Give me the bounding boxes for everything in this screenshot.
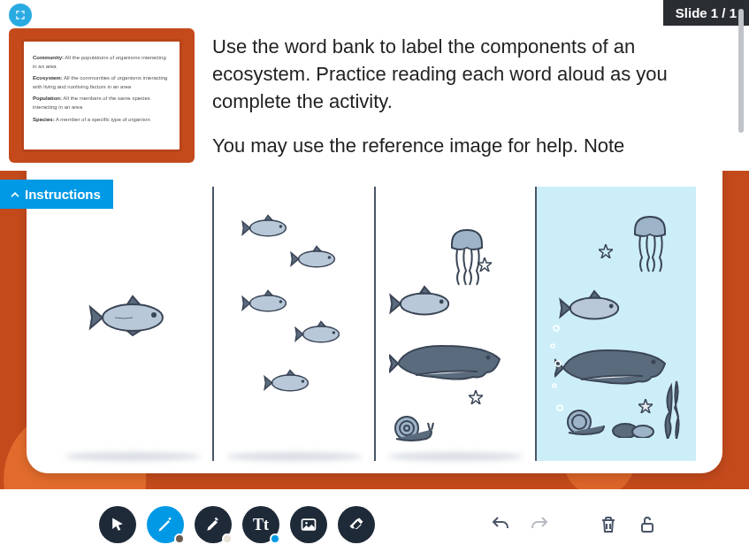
shadow bbox=[226, 452, 362, 461]
svg-point-31 bbox=[557, 405, 562, 410]
image-icon bbox=[300, 516, 317, 533]
expand-icon bbox=[14, 9, 27, 21]
svg-point-8 bbox=[303, 326, 340, 342]
instructions-para-2: You may use the reference image for help… bbox=[212, 133, 705, 160]
pointer-icon bbox=[109, 516, 126, 533]
rock-icon bbox=[612, 415, 656, 438]
svg-point-10 bbox=[272, 375, 309, 391]
svg-point-26 bbox=[632, 426, 653, 438]
star-icon bbox=[599, 244, 613, 258]
svg-point-3 bbox=[279, 225, 283, 228]
text-icon: Tt bbox=[253, 516, 269, 534]
color-dot bbox=[222, 533, 233, 544]
svg-point-5 bbox=[328, 256, 332, 259]
svg-point-4 bbox=[299, 251, 335, 267]
whale-icon bbox=[389, 333, 504, 386]
svg-point-13 bbox=[439, 300, 443, 304]
svg-point-33 bbox=[305, 522, 308, 525]
svg-point-29 bbox=[555, 361, 561, 366]
unlock-icon bbox=[637, 514, 658, 535]
slide-canvas[interactable]: Instructions bbox=[0, 171, 749, 489]
expand-button[interactable] bbox=[9, 4, 32, 27]
fish-icon bbox=[294, 319, 348, 346]
shadow bbox=[65, 452, 201, 461]
fish-icon bbox=[241, 213, 295, 240]
star-icon bbox=[478, 257, 492, 272]
pen-tool[interactable] bbox=[147, 506, 184, 543]
fish-icon bbox=[263, 368, 317, 395]
scrollbar-thumb[interactable] bbox=[738, 9, 744, 133]
panel-species bbox=[53, 187, 212, 461]
fish-icon bbox=[88, 293, 177, 337]
tool-group-main: Tt bbox=[99, 506, 375, 543]
svg-point-11 bbox=[302, 380, 305, 383]
fish-icon bbox=[559, 288, 630, 324]
activity-card bbox=[27, 171, 722, 473]
color-dot bbox=[270, 533, 280, 544]
fish-icon bbox=[389, 284, 460, 319]
svg-line-18 bbox=[428, 423, 430, 430]
undo-button[interactable] bbox=[487, 511, 514, 538]
svg-point-7 bbox=[279, 300, 283, 303]
ecosystem-panels bbox=[53, 187, 696, 461]
text-tool[interactable]: Tt bbox=[242, 506, 279, 543]
instructions-panel: Community: All the populations of organi… bbox=[0, 0, 749, 171]
svg-point-1 bbox=[151, 312, 157, 318]
highlighter-tool[interactable] bbox=[195, 506, 232, 543]
eraser-icon bbox=[348, 516, 365, 533]
highlighter-icon bbox=[204, 516, 222, 533]
svg-line-19 bbox=[432, 423, 433, 430]
redo-button[interactable] bbox=[526, 511, 553, 538]
instructions-toggle[interactable]: Instructions bbox=[0, 180, 113, 209]
tool-group-right bbox=[487, 511, 661, 538]
svg-point-2 bbox=[250, 220, 287, 236]
eraser-tool[interactable] bbox=[338, 506, 375, 543]
fish-icon bbox=[241, 288, 295, 315]
instructions-text: Use the word bank to label the component… bbox=[212, 7, 740, 162]
panel-community bbox=[374, 187, 535, 461]
redo-icon bbox=[529, 514, 550, 535]
snail-icon bbox=[389, 412, 437, 444]
jellyfish-icon bbox=[630, 213, 670, 275]
toolbar: Tt bbox=[0, 489, 749, 560]
slide-counter: Slide 1 / 1 bbox=[663, 0, 749, 26]
panel-ecosystem bbox=[535, 187, 696, 461]
trash-icon bbox=[598, 514, 619, 535]
svg-point-30 bbox=[553, 384, 556, 387]
pen-icon bbox=[157, 516, 174, 533]
svg-rect-34 bbox=[642, 524, 653, 532]
svg-point-12 bbox=[400, 293, 447, 314]
bubbles-icon bbox=[547, 319, 565, 426]
instructions-para-1: Use the word bank to label the component… bbox=[212, 34, 705, 115]
reference-thumbnail[interactable]: Community: All the populations of organi… bbox=[9, 28, 195, 163]
star-icon bbox=[469, 390, 483, 404]
color-dot bbox=[174, 533, 185, 544]
word-bank-card: Community: All the populations of organi… bbox=[21, 39, 182, 152]
svg-point-27 bbox=[554, 326, 559, 331]
fish-icon bbox=[289, 244, 344, 271]
svg-point-6 bbox=[250, 295, 287, 311]
delete-button[interactable] bbox=[595, 511, 622, 538]
svg-point-14 bbox=[485, 356, 490, 360]
svg-point-22 bbox=[651, 360, 655, 364]
undo-icon bbox=[490, 514, 511, 535]
image-tool[interactable] bbox=[290, 506, 327, 543]
svg-point-20 bbox=[570, 297, 618, 318]
svg-point-28 bbox=[551, 344, 554, 348]
seaweed-icon bbox=[661, 377, 687, 439]
scrollbar[interactable] bbox=[738, 9, 744, 159]
instructions-toggle-label: Instructions bbox=[25, 187, 101, 202]
whale-icon bbox=[554, 337, 669, 390]
svg-point-9 bbox=[332, 331, 336, 334]
lock-button[interactable] bbox=[634, 511, 661, 538]
panel-population bbox=[212, 187, 373, 461]
pointer-tool[interactable] bbox=[99, 506, 136, 543]
chevron-up-icon bbox=[9, 188, 21, 201]
svg-point-21 bbox=[609, 304, 614, 309]
shadow bbox=[387, 452, 523, 461]
snail-icon bbox=[562, 406, 609, 438]
star-icon bbox=[638, 399, 653, 413]
